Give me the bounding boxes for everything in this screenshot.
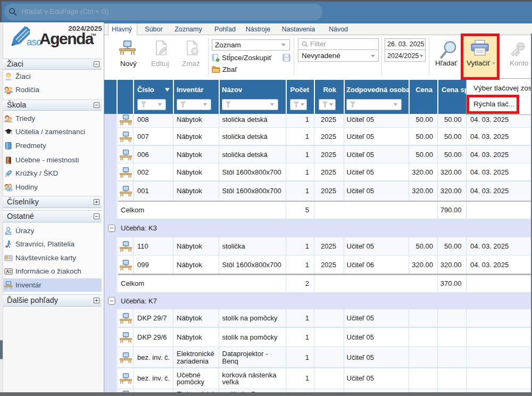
svg-text:A: A — [6, 269, 9, 274]
